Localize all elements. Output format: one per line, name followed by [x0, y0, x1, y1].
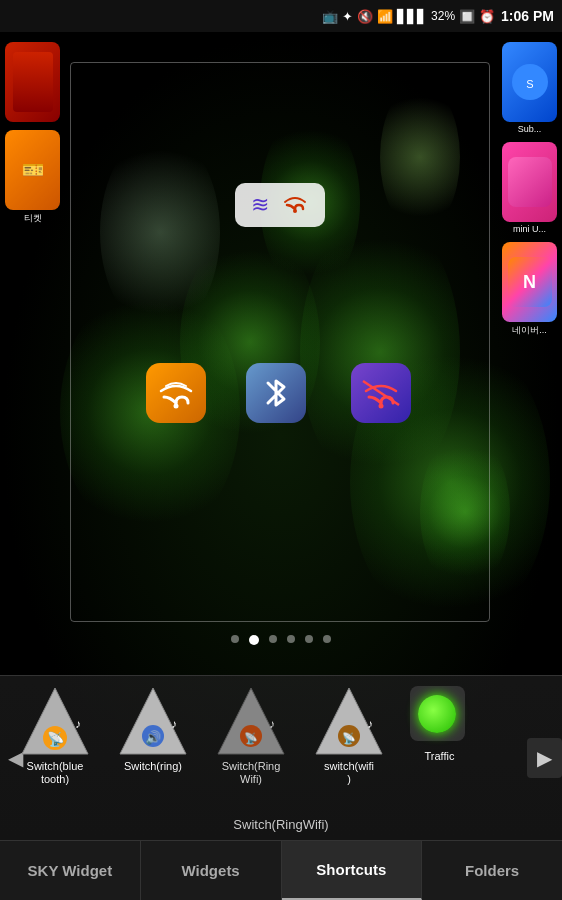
page-dot-4[interactable] — [305, 635, 313, 643]
battery-percent: 32% — [431, 9, 455, 23]
tab-shortcuts[interactable]: Shortcuts — [282, 841, 423, 900]
widget-toggle[interactable]: ≋ — [235, 183, 325, 227]
dock-label-bluetooth: Switch(bluetooth) — [27, 760, 84, 786]
svg-text:📡: 📡 — [244, 731, 258, 745]
svg-text:📡: 📡 — [342, 731, 356, 745]
dock-item-ring[interactable]: 🔊 ♪ Switch(ring) — [108, 686, 198, 786]
tab-folders[interactable]: Folders — [422, 841, 562, 900]
page-indicators — [0, 635, 562, 645]
alarm-icon: ⏰ — [479, 9, 495, 24]
sidebar-item-mini-u[interactable]: mini U... — [502, 142, 557, 234]
svg-text:♪: ♪ — [171, 717, 177, 731]
dock-label-traffic: Traffic — [425, 750, 455, 763]
page-dot-3[interactable] — [287, 635, 295, 643]
naver-icon: N — [502, 242, 557, 322]
svg-point-2 — [379, 404, 384, 409]
dock-icon-bluetooth: 📡 ♪ — [20, 686, 90, 756]
dock-icon-ring-wifi-2: 📡 ♪ — [314, 686, 384, 756]
sub-icon: S — [502, 42, 557, 122]
red-app-icon — [5, 42, 60, 122]
green-light — [418, 695, 456, 733]
screen-cast-icon: 📺 — [322, 9, 338, 24]
page-dot-5[interactable] — [323, 635, 331, 643]
svg-point-1 — [174, 404, 179, 409]
status-bar: 📺 ✦ 🔇 📶 ▋▋▋ 32% 🔲 ⏰ 1:06 PM — [0, 0, 562, 32]
toggle-signal-icon: ≋ — [251, 192, 269, 218]
naver-label: 네이버... — [512, 324, 547, 337]
dock-item-bluetooth[interactable]: 📡 ♪ Switch(bluetooth) — [10, 686, 100, 786]
dock-icon-traffic — [410, 686, 470, 746]
ticket-label: 티켓 — [24, 212, 42, 225]
volume-icon: 🔇 — [357, 9, 373, 24]
dock-item-traffic[interactable]: Traffic — [402, 686, 477, 786]
widget-frame: ≋ — [70, 62, 490, 622]
svg-text:🔊: 🔊 — [145, 729, 162, 746]
tab-sky-widget[interactable]: SKY Widget — [0, 841, 141, 900]
dock-icon-ring-wifi: 📡 ♪ — [216, 686, 286, 756]
mini-u-icon — [502, 142, 557, 222]
sidebar-item-sub[interactable]: S Sub... — [502, 42, 557, 134]
bluetooth-icon: ✦ — [342, 9, 353, 24]
dock-items: 📡 ♪ Switch(bluetooth) 🔊 ♪ Switch(ring) — [0, 686, 562, 786]
dock-icon-ring: 🔊 ♪ — [118, 686, 188, 756]
page-dot-1[interactable] — [249, 635, 259, 645]
status-time: 1:06 PM — [501, 8, 554, 24]
traffic-light-icon — [410, 686, 465, 741]
dock-item-ring-wifi-2[interactable]: 📡 ♪ switch(wifi) — [304, 686, 394, 786]
ticket-icon: 🎫 — [5, 130, 60, 210]
svg-text:♪: ♪ — [367, 717, 373, 731]
wifi-icon: 📶 — [377, 9, 393, 24]
toggle-wifi-icon — [281, 191, 309, 219]
wifi-orange-icon-container[interactable] — [146, 363, 206, 423]
bluetooth-icon-container[interactable] — [246, 363, 306, 423]
sidebar-item-ticket[interactable]: 🎫 티켓 — [5, 130, 60, 225]
signal-purple-icon-container[interactable] — [351, 363, 411, 423]
dock-current-label: Switch(RingWifi) — [233, 817, 328, 832]
svg-text:♪: ♪ — [75, 717, 81, 731]
tab-widgets[interactable]: Widgets — [141, 841, 282, 900]
battery-icon: 🔲 — [459, 9, 475, 24]
page-dot-0[interactable] — [231, 635, 239, 643]
svg-text:S: S — [526, 78, 533, 90]
sidebar-item-naver[interactable]: N 네이버... — [502, 242, 557, 337]
dock-label-ring-wifi: Switch(RingWifi) — [222, 760, 281, 786]
mini-u-label: mini U... — [513, 224, 546, 234]
page-dot-2[interactable] — [269, 635, 277, 643]
sidebar-item-red-app[interactable] — [5, 42, 60, 122]
sub-label: Sub... — [518, 124, 542, 134]
dock-label-ring-wifi-2: switch(wifi) — [324, 760, 374, 786]
svg-text:📡: 📡 — [47, 731, 65, 748]
bottom-nav: SKY Widget Widgets Shortcuts Folders — [0, 840, 562, 900]
svg-text:♪: ♪ — [269, 717, 275, 731]
dock-right-arrow[interactable]: ▶ — [527, 738, 562, 778]
dock-item-ring-wifi[interactable]: 📡 ♪ Switch(RingWifi) — [206, 686, 296, 786]
svg-point-0 — [293, 209, 297, 213]
dock-tray: ◀ 📡 ♪ Switch(bluetooth) — [0, 675, 562, 840]
signal-bars-icon: ▋▋▋ — [397, 9, 427, 24]
dock-label-ring: Switch(ring) — [124, 760, 182, 773]
